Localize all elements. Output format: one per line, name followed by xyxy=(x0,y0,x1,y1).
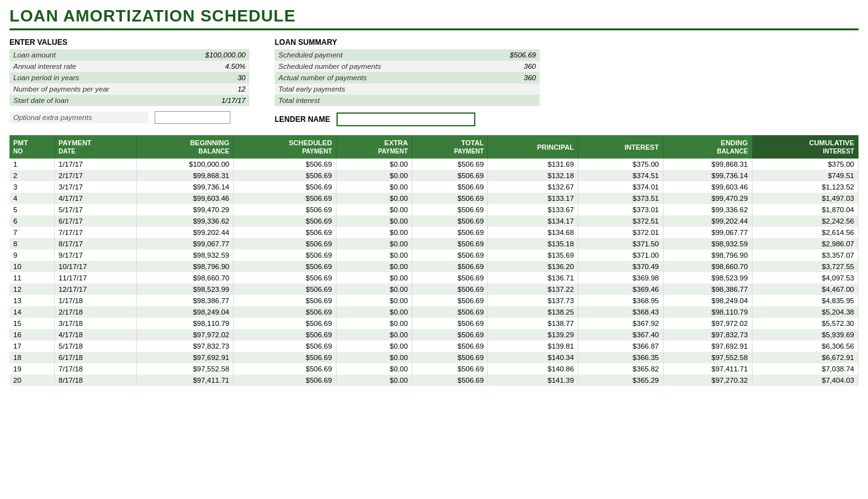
cell-10-8: $98,523.99 xyxy=(663,272,752,284)
cell-5-1: 6/17/17 xyxy=(54,215,136,227)
col-header-6: PRINCIPAL xyxy=(488,135,578,159)
cell-12-4: $0.00 xyxy=(336,295,412,306)
col-header-1: PAYMENTDATE xyxy=(54,135,136,159)
cell-7-0: 8 xyxy=(9,238,54,250)
cell-3-6: $133.17 xyxy=(488,193,578,204)
cell-15-0: 16 xyxy=(9,329,54,340)
extra-payments-label: Optional extra payments xyxy=(9,112,148,123)
table-row: 153/17/18$98,110.79$506.69$0.00$506.69$1… xyxy=(9,318,859,329)
cell-11-5: $506.69 xyxy=(412,284,488,295)
cell-0-8: $99,868.31 xyxy=(663,159,752,170)
cell-0-4: $0.00 xyxy=(336,159,412,170)
cell-14-5: $506.69 xyxy=(412,318,488,329)
cell-1-7: $374.51 xyxy=(578,170,663,181)
col-header-4: EXTRAPAYMENT xyxy=(336,135,412,159)
cell-8-2: $98,932.59 xyxy=(136,250,234,261)
cell-11-2: $98,523.99 xyxy=(136,284,234,295)
enter-values-row: Loan amount$100,000.00 xyxy=(9,49,249,61)
col-header-3: SCHEDULEDPAYMENT xyxy=(234,135,336,159)
cell-1-4: $0.00 xyxy=(336,170,412,181)
cell-10-5: $506.69 xyxy=(412,272,488,284)
cell-1-1: 2/17/17 xyxy=(54,170,136,181)
field-label: Annual interest rate xyxy=(9,61,165,72)
table-row: 33/17/17$99,736.14$506.69$0.00$506.69$13… xyxy=(9,181,859,193)
cell-9-5: $506.69 xyxy=(412,261,488,272)
summary-row: Total interest xyxy=(275,95,540,106)
cell-11-3: $506.69 xyxy=(234,284,336,295)
cell-10-2: $98,660.70 xyxy=(136,272,234,284)
cell-6-6: $134.68 xyxy=(488,227,578,238)
col-header-2: BEGINNINGBALANCE xyxy=(136,135,234,159)
summary-label: Scheduled payment xyxy=(275,49,451,61)
cell-6-2: $99,202.44 xyxy=(136,227,234,238)
cell-19-1: 8/17/18 xyxy=(54,375,136,386)
cell-12-0: 13 xyxy=(9,295,54,306)
cell-9-8: $98,660.70 xyxy=(663,261,752,272)
cell-16-3: $506.69 xyxy=(234,340,336,352)
enter-values-section: ENTER VALUES Loan amount$100,000.00Annua… xyxy=(9,38,249,126)
cell-13-1: 2/17/18 xyxy=(54,306,136,318)
enter-values-row: Start date of loan1/17/17 xyxy=(9,95,249,106)
summary-label: Total interest xyxy=(275,95,451,106)
field-value: $100,000.00 xyxy=(165,49,249,61)
cell-0-1: 1/17/17 xyxy=(54,159,136,170)
table-row: 99/17/17$98,932.59$506.69$0.00$506.69$13… xyxy=(9,250,859,261)
cell-3-7: $373.51 xyxy=(578,193,663,204)
field-label: Start date of loan xyxy=(9,95,165,106)
cell-16-2: $97,832.73 xyxy=(136,340,234,352)
field-label: Number of payments per year xyxy=(9,83,165,95)
cell-0-6: $131.69 xyxy=(488,159,578,170)
amortization-table: PMTNOPAYMENTDATEBEGINNINGBALANCESCHEDULE… xyxy=(9,135,859,386)
cell-18-8: $97,411.71 xyxy=(663,363,752,375)
cell-7-2: $99,067.77 xyxy=(136,238,234,250)
cell-19-7: $365.29 xyxy=(578,375,663,386)
cell-14-8: $97,972.02 xyxy=(663,318,752,329)
cell-17-8: $97,552.58 xyxy=(663,352,752,363)
cell-7-3: $506.69 xyxy=(234,238,336,250)
cell-4-5: $506.69 xyxy=(412,204,488,215)
enter-values-row: Number of payments per year12 xyxy=(9,83,249,95)
cell-0-5: $506.69 xyxy=(412,159,488,170)
extra-payments-input[interactable] xyxy=(155,111,230,124)
cell-1-2: $99,868.31 xyxy=(136,170,234,181)
cell-16-8: $97,692.91 xyxy=(663,340,752,352)
cell-5-3: $506.69 xyxy=(234,215,336,227)
cell-6-3: $506.69 xyxy=(234,227,336,238)
cell-11-0: 12 xyxy=(9,284,54,295)
cell-8-7: $371.00 xyxy=(578,250,663,261)
cell-18-9: $7,038.74 xyxy=(752,363,858,375)
table-row: 131/17/18$98,386.77$506.69$0.00$506.69$1… xyxy=(9,295,859,306)
summary-row: Actual number of payments360 xyxy=(275,72,540,83)
cell-12-8: $98,249.04 xyxy=(663,295,752,306)
page-title: LOAN AMORTIZATION SCHEDULE xyxy=(9,6,859,30)
cell-5-6: $134.17 xyxy=(488,215,578,227)
cell-0-3: $506.69 xyxy=(234,159,336,170)
cell-19-4: $0.00 xyxy=(336,375,412,386)
cell-9-2: $98,796.90 xyxy=(136,261,234,272)
table-row: 164/17/18$97,972.02$506.69$0.00$506.69$1… xyxy=(9,329,859,340)
cell-0-0: 1 xyxy=(9,159,54,170)
cell-11-9: $4,467.00 xyxy=(752,284,858,295)
summary-value: $506.69 xyxy=(451,49,540,61)
cell-17-7: $366.35 xyxy=(578,352,663,363)
cell-17-6: $140.34 xyxy=(488,352,578,363)
cell-13-2: $98,249.04 xyxy=(136,306,234,318)
cell-19-6: $141.39 xyxy=(488,375,578,386)
cell-7-4: $0.00 xyxy=(336,238,412,250)
cell-19-9: $7,404.03 xyxy=(752,375,858,386)
cell-4-0: 5 xyxy=(9,204,54,215)
summary-row: Scheduled payment$506.69 xyxy=(275,49,540,61)
cell-1-3: $506.69 xyxy=(234,170,336,181)
cell-15-2: $97,972.02 xyxy=(136,329,234,340)
cell-15-1: 4/17/18 xyxy=(54,329,136,340)
cell-6-1: 7/17/17 xyxy=(54,227,136,238)
field-label: Loan period in years xyxy=(9,72,165,83)
cell-10-9: $4,097.53 xyxy=(752,272,858,284)
cell-16-1: 5/17/18 xyxy=(54,340,136,352)
cell-14-4: $0.00 xyxy=(336,318,412,329)
summary-row: Total early payments xyxy=(275,83,540,95)
lender-name-input[interactable] xyxy=(336,112,475,126)
cell-13-5: $506.69 xyxy=(412,306,488,318)
cell-14-1: 3/17/18 xyxy=(54,318,136,329)
cell-18-3: $506.69 xyxy=(234,363,336,375)
